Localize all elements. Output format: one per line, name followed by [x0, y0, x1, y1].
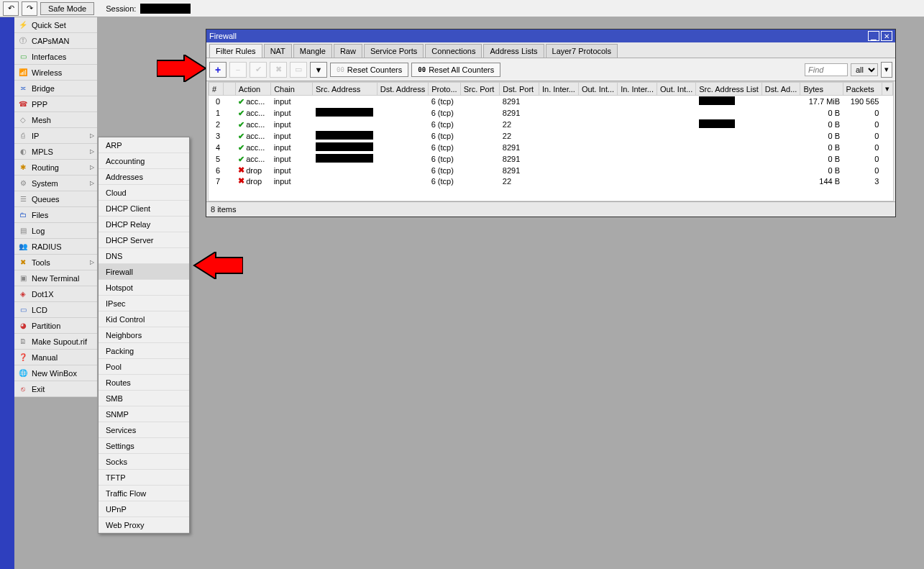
submenu-item-dhcp-relay[interactable]: DHCP Relay [99, 217, 189, 232]
submenu-item-kid-control[interactable]: Kid Control [99, 311, 189, 327]
tab-raw[interactable]: Raw [334, 44, 362, 58]
menu-item-lcd[interactable]: ▭LCD [14, 302, 97, 318]
disable-button[interactable]: ✖ [270, 62, 287, 78]
tab-service-ports[interactable]: Service Ports [364, 44, 424, 58]
submenu-item-tftp[interactable]: TFTP [99, 470, 189, 486]
safe-mode-button[interactable]: Safe Mode [40, 2, 94, 15]
table-row[interactable]: 5 ✔acc... input 6 (tcp) 8291 0 B 0 [209, 153, 893, 165]
table-row[interactable]: 1 ✔acc... input 6 (tcp) 8291 0 B 0 [209, 107, 893, 119]
submenu-item-addresses[interactable]: Addresses [99, 169, 189, 185]
menu-item-exit[interactable]: ⎋Exit [14, 381, 97, 397]
menu-item-ip[interactable]: ⎙IP▷ [14, 128, 97, 144]
remove-button[interactable]: − [229, 62, 247, 78]
tab-nat[interactable]: NAT [264, 44, 292, 58]
table-row[interactable]: 7 ✖drop input 6 (tcp) 22 144 B 3 [209, 176, 893, 186]
window-close-button[interactable]: ✕ [881, 31, 892, 41]
submenu-item-snmp[interactable]: SNMP [99, 406, 189, 422]
add-button[interactable]: + [209, 62, 227, 78]
submenu-item-smb[interactable]: SMB [99, 391, 189, 406]
menu-item-make-supout-rif[interactable]: 🗎Make Supout.rif [14, 334, 97, 350]
column-header[interactable] [223, 83, 235, 96]
column-header[interactable]: Src. Port [460, 83, 500, 96]
redo-button[interactable]: ↷ [22, 1, 37, 16]
column-header[interactable]: Src. Address [313, 83, 378, 96]
reset-counters-button[interactable]: 00Reset Counters [330, 63, 408, 77]
menu-item-wireless[interactable]: 📶Wireless [14, 65, 97, 81]
submenu-item-dhcp-client[interactable]: DHCP Client [99, 201, 189, 217]
submenu-item-routes[interactable]: Routes [99, 375, 189, 391]
column-header[interactable]: Out. Int... [657, 83, 695, 96]
column-header[interactable]: Proto... [429, 83, 460, 96]
menu-item-capsman[interactable]: ⓉCAPsMAN [14, 33, 97, 49]
submenu-item-firewall[interactable]: Firewall [99, 264, 189, 280]
enable-button[interactable]: ✔ [250, 62, 267, 78]
submenu-item-web-proxy[interactable]: Web Proxy [99, 517, 189, 533]
comment-button[interactable]: ▭ [290, 62, 307, 78]
menu-item-partition[interactable]: ◕Partition [14, 318, 97, 334]
menu-item-bridge[interactable]: ≍Bridge [14, 81, 97, 96]
menu-item-routing[interactable]: ✱Routing▷ [14, 160, 97, 176]
tab-connections[interactable]: Connections [425, 44, 482, 58]
column-header[interactable]: Bytes [800, 83, 843, 96]
menu-item-queues[interactable]: ☰Queues [14, 191, 97, 207]
submenu-item-upnp[interactable]: UPnP [99, 501, 189, 517]
menu-item-files[interactable]: 🗀Files [14, 207, 97, 223]
menu-item-interfaces[interactable]: ▭Interfaces [14, 49, 97, 65]
column-header[interactable]: Action [235, 83, 271, 96]
filter-select[interactable]: all [851, 63, 878, 76]
column-header[interactable]: Chain [271, 83, 313, 96]
submenu-item-packing[interactable]: Packing [99, 343, 189, 359]
column-header[interactable]: In. Inter... [539, 83, 579, 96]
submenu-item-dhcp-server[interactable]: DHCP Server [99, 232, 189, 248]
table-row[interactable]: 6 ✖drop input 6 (tcp) 8291 0 B 0 [209, 165, 893, 176]
column-header[interactable]: Src. Address List [696, 83, 762, 96]
tab-filter-rules[interactable]: Filter Rules [209, 44, 262, 58]
menu-item-radius[interactable]: 👥RADIUS [14, 239, 97, 255]
find-input[interactable] [805, 63, 848, 76]
menu-item-manual[interactable]: ❓Manual [14, 350, 97, 365]
reset-all-counters-button[interactable]: 00Reset All Counters [411, 63, 500, 77]
submenu-item-traffic-flow[interactable]: Traffic Flow [99, 486, 189, 501]
menu-item-ppp[interactable]: ☎PPP [14, 96, 97, 112]
menu-item-system[interactable]: ⚙System▷ [14, 176, 97, 191]
submenu-item-hotspot[interactable]: Hotspot [99, 280, 189, 296]
submenu-item-neighbors[interactable]: Neighbors [99, 327, 189, 343]
table-row[interactable]: 2 ✔acc... input 6 (tcp) 22 0 B 0 [209, 119, 893, 130]
column-header[interactable]: Packets [843, 83, 882, 96]
menu-item-tools[interactable]: ✖Tools▷ [14, 255, 97, 270]
column-header[interactable]: Out. Int... [578, 83, 617, 96]
window-minimize-button[interactable]: ▁ [868, 31, 879, 41]
menu-item-log[interactable]: ▤Log [14, 223, 97, 239]
menu-item-mpls[interactable]: ◐MPLS▷ [14, 144, 97, 160]
column-header[interactable]: Dst. Ad... [761, 83, 800, 96]
submenu-item-ipsec[interactable]: IPsec [99, 296, 189, 311]
column-header[interactable]: Dst. Address [377, 83, 428, 96]
column-menu-button[interactable]: ▾ [882, 83, 892, 96]
window-titlebar[interactable]: Firewall ▁ ✕ [206, 29, 895, 42]
menu-item-new-winbox[interactable]: 🌐New WinBox [14, 365, 97, 381]
table-row[interactable]: 0 ✔acc... input 6 (tcp) 8291 17.7 MiB 19… [209, 96, 893, 108]
column-header[interactable]: Dst. Port [500, 83, 539, 96]
submenu-item-services[interactable]: Services [99, 422, 189, 438]
menu-item-quick-set[interactable]: ⚡Quick Set [14, 17, 97, 33]
submenu-item-settings[interactable]: Settings [99, 438, 189, 454]
filter-button[interactable]: ▼ [310, 62, 327, 78]
dropdown-button[interactable]: ▾ [881, 62, 892, 78]
table-row[interactable]: 4 ✔acc... input 6 (tcp) 8291 0 B 0 [209, 142, 893, 153]
submenu-item-cloud[interactable]: Cloud [99, 185, 189, 201]
tab-mangle[interactable]: Mangle [293, 44, 332, 58]
column-header[interactable]: In. Inter... [618, 83, 657, 96]
submenu-item-arp[interactable]: ARP [99, 137, 189, 153]
table-header[interactable]: #ActionChainSrc. AddressDst. AddressProt… [209, 83, 893, 96]
submenu-item-socks[interactable]: Socks [99, 454, 189, 470]
undo-button[interactable]: ↶ [3, 1, 19, 16]
submenu-item-pool[interactable]: Pool [99, 359, 189, 375]
table-row[interactable]: 3 ✔acc... input 6 (tcp) 22 0 B 0 [209, 130, 893, 142]
tab-layer7-protocols[interactable]: Layer7 Protocols [546, 44, 618, 58]
column-header[interactable]: # [209, 83, 224, 96]
submenu-item-accounting[interactable]: Accounting [99, 153, 189, 169]
menu-item-mesh[interactable]: ◇Mesh [14, 112, 97, 128]
submenu-item-dns[interactable]: DNS [99, 248, 189, 264]
tab-address-lists[interactable]: Address Lists [483, 44, 544, 58]
menu-item-dot1x[interactable]: ◈Dot1X [14, 286, 97, 302]
